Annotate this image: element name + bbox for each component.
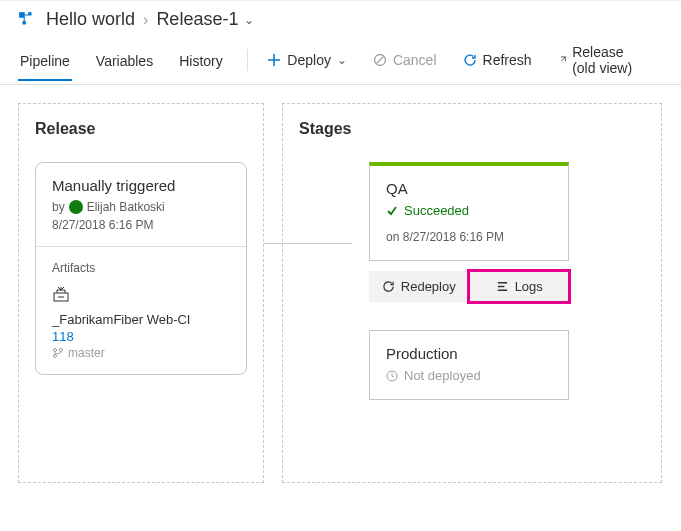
breadcrumb-parent[interactable]: Hello world: [46, 9, 135, 30]
artifacts-label: Artifacts: [52, 261, 230, 275]
stage-card-production[interactable]: Production Not deployed: [369, 330, 569, 400]
stage-status-qa: Succeeded: [386, 203, 552, 218]
stages-heading: Stages: [299, 120, 645, 138]
pipeline-app-icon: [18, 11, 36, 29]
redeploy-label: Redeploy: [401, 279, 456, 294]
svg-rect-2: [23, 21, 26, 24]
by-prefix: by: [52, 200, 65, 214]
stage-name-production: Production: [386, 345, 552, 362]
trigger-title: Manually triggered: [52, 177, 230, 194]
cancel-icon: [373, 53, 387, 67]
trigger-timestamp: 8/27/2018 6:16 PM: [52, 218, 230, 232]
redeploy-button[interactable]: Redeploy: [369, 271, 469, 302]
chevron-down-icon: ⌄: [337, 53, 347, 67]
avatar: [69, 200, 83, 214]
plus-icon: [267, 53, 281, 67]
tab-bar: Pipeline Variables History Deploy ⌄ Canc…: [0, 34, 681, 85]
toolbar-separator: [247, 49, 248, 71]
logs-label: Logs: [515, 279, 543, 294]
branch-row: master: [52, 346, 230, 360]
deploy-button[interactable]: Deploy ⌄: [261, 48, 353, 76]
artifact-name: _FabrikamFiber Web-CI: [52, 312, 230, 327]
build-number-link[interactable]: 118: [52, 329, 230, 344]
status-text: Succeeded: [404, 203, 469, 218]
chevron-down-icon[interactable]: ⌄: [244, 13, 254, 27]
release-card[interactable]: Manually triggered by Elijah Batkoski 8/…: [35, 162, 247, 375]
clock-icon: [386, 370, 398, 382]
branch-name: master: [68, 346, 105, 360]
logs-button[interactable]: Logs: [469, 271, 570, 302]
logs-icon: [496, 280, 509, 293]
cancel-label: Cancel: [393, 52, 437, 68]
checkmark-icon: [386, 205, 398, 217]
refresh-label: Refresh: [483, 52, 532, 68]
refresh-button[interactable]: Refresh: [457, 48, 538, 76]
tab-variables[interactable]: Variables: [94, 45, 155, 79]
stage-status-production: Not deployed: [386, 368, 552, 383]
svg-point-6: [60, 349, 63, 352]
cancel-button: Cancel: [367, 48, 443, 76]
tab-history[interactable]: History: [177, 45, 225, 79]
breadcrumb-bar: Hello world › Release-1 ⌄: [0, 0, 681, 34]
tab-pipeline[interactable]: Pipeline: [18, 45, 72, 81]
old-view-label: Release (old view): [572, 44, 643, 76]
triggered-by: by Elijah Batkoski: [52, 200, 230, 214]
stage-card-qa[interactable]: QA Succeeded on 8/27/2018 6:16 PM: [369, 162, 569, 261]
stages-panel: Stages QA Succeeded on 8/27/2018 6:16 PM…: [282, 103, 662, 483]
redeploy-icon: [382, 280, 395, 293]
svg-point-5: [54, 349, 57, 352]
main-content: Release Manually triggered by Elijah Bat…: [0, 85, 681, 501]
user-name: Elijah Batkoski: [87, 200, 165, 214]
stage-name-qa: QA: [386, 180, 552, 197]
refresh-icon: [463, 53, 477, 67]
status-text: Not deployed: [404, 368, 481, 383]
deploy-label: Deploy: [287, 52, 331, 68]
svg-rect-0: [19, 12, 25, 18]
breadcrumb-separator-icon: ›: [143, 11, 148, 29]
release-panel: Release Manually triggered by Elijah Bat…: [18, 103, 264, 483]
stage-timestamp-qa: on 8/27/2018 6:16 PM: [386, 230, 552, 244]
external-link-icon: [558, 53, 567, 67]
release-old-view-button[interactable]: Release (old view): [552, 40, 649, 84]
branch-icon: [52, 347, 64, 359]
artifact-icon: [52, 285, 70, 303]
release-heading: Release: [35, 120, 247, 138]
breadcrumb-current[interactable]: Release-1: [156, 9, 238, 30]
stage-actions-qa: Redeploy Logs: [369, 271, 569, 302]
svg-rect-1: [28, 12, 31, 15]
